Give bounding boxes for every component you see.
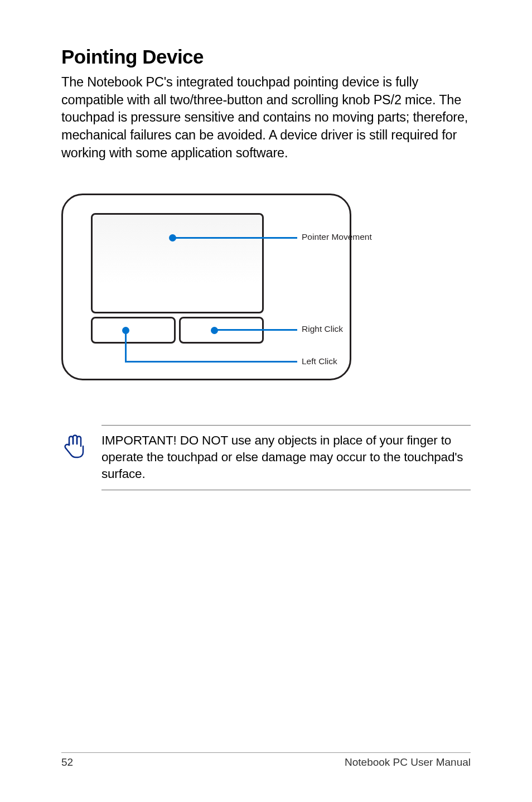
page-heading: Pointing Device bbox=[61, 46, 471, 68]
right-click-label: Right Click bbox=[302, 324, 343, 334]
important-note-text: IMPORTANT! DO NOT use any objects in pla… bbox=[101, 432, 471, 483]
hand-icon bbox=[61, 433, 86, 464]
touchpad-diagram: Pointer Movement Right Click Left Click bbox=[61, 194, 351, 380]
touchpad-surface bbox=[91, 213, 264, 313]
callout-line bbox=[125, 361, 297, 363]
important-note: IMPORTANT! DO NOT use any objects in pla… bbox=[61, 425, 471, 490]
page-footer: 52 Notebook PC User Manual bbox=[61, 752, 471, 769]
page-number: 52 bbox=[61, 756, 73, 769]
manual-title: Notebook PC User Manual bbox=[345, 756, 471, 769]
callout-line bbox=[125, 332, 127, 363]
left-click-label: Left Click bbox=[302, 356, 337, 366]
intro-paragraph: The Notebook PC's integrated touchpad po… bbox=[61, 74, 471, 162]
pointer-movement-label: Pointer Movement bbox=[302, 232, 372, 242]
callout-line bbox=[216, 329, 297, 331]
left-click-button bbox=[91, 317, 176, 344]
callout-line bbox=[175, 237, 297, 239]
